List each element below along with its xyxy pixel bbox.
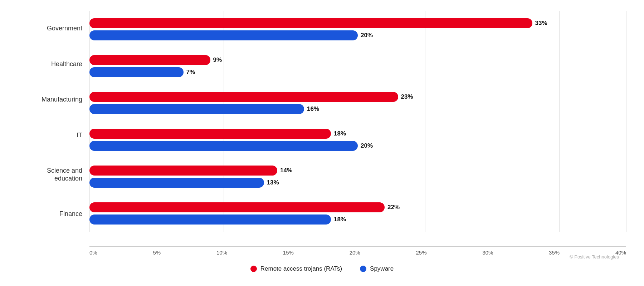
rats-bar-row: 14%	[89, 166, 626, 176]
grid-line	[358, 11, 358, 232]
grid-line	[89, 11, 90, 232]
spyware-dot	[360, 266, 366, 272]
y-label: Manufacturing	[42, 96, 82, 104]
rats-bar-row: 18%	[89, 129, 626, 139]
category-group: 33%20%	[89, 17, 626, 42]
spyware-bar-row: 18%	[89, 214, 626, 225]
y-label: Finance	[59, 210, 82, 218]
rats-bar	[89, 166, 277, 176]
y-label: IT	[77, 132, 82, 139]
spyware-bar	[89, 67, 184, 77]
spyware-bar-row: 20%	[89, 30, 626, 40]
attribution: © Positive Technologies	[18, 254, 626, 260]
rats-bar-row: 33%	[89, 18, 626, 28]
grid-line	[425, 11, 425, 232]
rats-bar-row: 22%	[89, 202, 626, 212]
spyware-bar-row: 16%	[89, 104, 626, 114]
grid-lines	[89, 11, 626, 232]
rats-label: Remote access trojans (RATs)	[260, 265, 342, 272]
legend-area: Remote access trojans (RATs) Spyware	[18, 260, 626, 275]
chart-container: GovernmentHealthcareManufacturingITScien…	[18, 11, 626, 275]
spyware-bar-label: 7%	[186, 69, 195, 76]
grid-line	[492, 11, 492, 232]
rats-dot	[250, 266, 257, 272]
rats-bar-label: 9%	[213, 56, 222, 64]
category-group: 22%18%	[89, 201, 626, 226]
rats-bar	[89, 18, 532, 28]
y-label: Government	[47, 25, 82, 33]
rats-bar	[89, 55, 210, 65]
chart-area: GovernmentHealthcareManufacturingITScien…	[18, 11, 626, 246]
legend-item-spyware: Spyware	[360, 265, 394, 272]
rats-bar-label: 33%	[535, 20, 547, 27]
rats-bar-label: 18%	[334, 130, 346, 137]
rats-bar	[89, 92, 398, 102]
rats-bar-row: 23%	[89, 92, 626, 102]
bars-section: 33%20%9%7%23%16%18%20%14%13%22%18%	[89, 11, 626, 232]
spyware-bar	[89, 30, 358, 40]
spyware-bar-label: 16%	[307, 105, 319, 113]
spyware-bar-row: 20%	[89, 141, 626, 151]
category-group: 23%16%	[89, 90, 626, 115]
spyware-bar-label: 20%	[361, 32, 373, 39]
category-group: 9%7%	[89, 54, 626, 79]
category-group: 14%13%	[89, 164, 626, 189]
rats-bar-label: 22%	[387, 204, 400, 211]
spyware-bar-label: 18%	[334, 216, 346, 223]
rats-bar-row: 9%	[89, 55, 626, 65]
legend-item-rats: Remote access trojans (RATs)	[250, 265, 342, 272]
grid-line	[157, 11, 157, 232]
spyware-bar-row: 13%	[89, 178, 626, 188]
rats-bar-label: 14%	[280, 167, 292, 174]
rats-bar-label: 23%	[401, 93, 413, 100]
grid-line	[559, 11, 560, 232]
grid-line	[224, 11, 224, 232]
spyware-bar-label: 13%	[267, 179, 279, 186]
rats-bar	[89, 202, 385, 212]
spyware-bar-row: 7%	[89, 67, 626, 77]
grid-line	[291, 11, 291, 232]
y-label: Science and education	[18, 167, 82, 182]
spyware-bar	[89, 141, 358, 151]
spyware-bar	[89, 104, 304, 114]
spyware-bar	[89, 178, 264, 188]
rats-bar	[89, 129, 331, 139]
spyware-label: Spyware	[370, 265, 394, 272]
y-label: Healthcare	[51, 60, 82, 68]
category-group: 18%20%	[89, 127, 626, 152]
y-axis-labels: GovernmentHealthcareManufacturingITScien…	[18, 11, 89, 232]
grid-line	[626, 11, 626, 232]
spyware-bar	[89, 214, 331, 225]
spyware-bar-label: 20%	[361, 142, 373, 149]
